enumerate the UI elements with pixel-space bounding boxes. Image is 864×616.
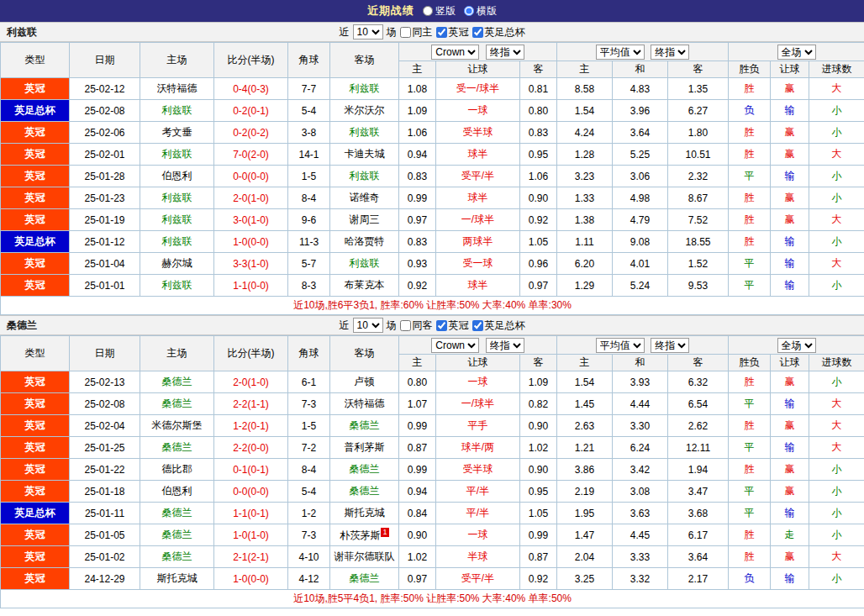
- avg-stage-select[interactable]: 终指: [651, 45, 689, 60]
- avg-odds-away: 10.51: [668, 144, 729, 166]
- away-team[interactable]: 卡迪夫城: [330, 144, 399, 166]
- same-venue-checkbox[interactable]: [400, 320, 411, 331]
- home-team[interactable]: 利兹联: [140, 187, 214, 209]
- scope-select[interactable]: 全场: [777, 45, 816, 60]
- match-result: 胜: [729, 187, 771, 209]
- away-team[interactable]: 斯托克城: [330, 503, 399, 524]
- away-team[interactable]: 布莱克本: [330, 275, 399, 297]
- team-name: 利兹联: [7, 25, 37, 39]
- match-count-select[interactable]: 10: [353, 24, 383, 39]
- fa-cup-checkbox[interactable]: [472, 27, 483, 38]
- away-team[interactable]: 哈洛贾特: [330, 231, 399, 253]
- handicap-line: 一球: [436, 100, 520, 122]
- league-type-cell: 英足总杯: [1, 503, 70, 524]
- away-team[interactable]: 桑德兰: [330, 568, 399, 590]
- home-team[interactable]: 利兹联: [140, 209, 214, 231]
- league-type-cell: 英足总杯: [1, 231, 70, 253]
- away-team[interactable]: 卢顿: [330, 371, 399, 393]
- avg-odds-select[interactable]: 平均值: [596, 45, 645, 60]
- home-team[interactable]: 利兹联: [140, 100, 214, 122]
- away-team[interactable]: 普利茅斯: [330, 437, 399, 459]
- match-date: 25-01-19: [70, 209, 140, 231]
- home-team[interactable]: 利兹联: [140, 275, 214, 297]
- home-team[interactable]: 桑德兰: [140, 437, 214, 459]
- away-team[interactable]: 利兹联: [330, 253, 399, 275]
- away-team[interactable]: 谢菲尔德联队: [330, 546, 399, 568]
- home-team[interactable]: 赫尔城: [140, 253, 214, 275]
- home-team[interactable]: 伯恩利: [140, 166, 214, 187]
- away-team[interactable]: 诺维奇: [330, 187, 399, 209]
- home-team[interactable]: 利兹联: [140, 144, 214, 166]
- match-row: 英冠25-01-01利兹联1-1(0-0)8-3布莱克本0.92球半0.971.…: [1, 275, 864, 297]
- handicap-result: 输: [771, 231, 809, 253]
- odds-stage-select[interactable]: 终指: [486, 45, 524, 60]
- championship-checkbox[interactable]: [436, 27, 447, 38]
- home-team[interactable]: 利兹联: [140, 231, 214, 253]
- handicap-result: 赢: [771, 415, 809, 437]
- vertical-radio[interactable]: [423, 6, 433, 16]
- match-count-select[interactable]: 10: [353, 318, 383, 333]
- home-team[interactable]: 米德尔斯堡: [140, 415, 214, 437]
- home-team[interactable]: 伯恩利: [140, 481, 214, 503]
- home-team[interactable]: 德比郡: [140, 459, 214, 481]
- subheader-goals: 进球数: [809, 355, 864, 371]
- same-venue-checkbox-wrap[interactable]: 同客: [400, 319, 433, 333]
- away-team[interactable]: 利兹联: [330, 78, 399, 100]
- odds-stage-select[interactable]: 终指: [486, 338, 524, 353]
- avg-odds-away: 6.27: [668, 100, 729, 122]
- avg-odds-draw: 3.32: [613, 568, 668, 590]
- handicap-line: 受平/半: [436, 166, 520, 187]
- avg-odds-select[interactable]: 平均值: [596, 338, 645, 353]
- match-result: 胜: [729, 78, 771, 100]
- avg-odds-home: 3.86: [557, 459, 613, 481]
- layout-radio-vertical[interactable]: 竖版: [423, 4, 456, 18]
- fa-cup-checkbox[interactable]: [472, 320, 483, 331]
- odds-company-select[interactable]: Crown: [431, 45, 479, 60]
- match-score: 0-2(0-1): [214, 100, 288, 122]
- away-team[interactable]: 沃特福德: [330, 393, 399, 415]
- away-team[interactable]: 朴茨茅斯1: [330, 524, 399, 546]
- away-team[interactable]: 利兹联: [330, 166, 399, 187]
- subheader-handicap-home: 主: [399, 61, 436, 78]
- away-team[interactable]: 桑德兰: [330, 415, 399, 437]
- avg-odds-away: 12.11: [668, 437, 729, 459]
- home-team[interactable]: 桑德兰: [140, 371, 214, 393]
- away-team[interactable]: 米尔沃尔: [330, 100, 399, 122]
- championship-checkbox-wrap[interactable]: 英冠: [436, 319, 469, 333]
- home-team[interactable]: 桑德兰: [140, 546, 214, 568]
- layout-radio-horizontal[interactable]: 横版: [464, 4, 497, 18]
- fa-cup-checkbox-wrap[interactable]: 英足总杯: [472, 319, 525, 333]
- handicap-line: 球半: [436, 144, 520, 166]
- avg-stage-select[interactable]: 终指: [651, 338, 689, 353]
- handicap-line: 受一球: [436, 253, 520, 275]
- fa-cup-checkbox-wrap[interactable]: 英足总杯: [472, 25, 525, 39]
- col-header-type: 类型: [1, 43, 70, 78]
- match-score: 0-0(0-0): [214, 481, 288, 503]
- record-summary: 近10场,胜5平4负1, 胜率:50% 让胜率:50% 大率:40% 单率:50…: [1, 590, 864, 608]
- championship-checkbox-wrap[interactable]: 英冠: [436, 25, 469, 39]
- match-score: 2-2(1-1): [214, 393, 288, 415]
- home-team[interactable]: 桑德兰: [140, 393, 214, 415]
- home-team[interactable]: 考文垂: [140, 122, 214, 144]
- league-type-cell: 英冠: [1, 253, 70, 275]
- home-team[interactable]: 桑德兰: [140, 524, 214, 546]
- home-team[interactable]: 沃特福德: [140, 78, 214, 100]
- same-venue-checkbox-wrap[interactable]: 同主: [400, 25, 433, 39]
- away-team[interactable]: 利兹联: [330, 122, 399, 144]
- match-date: 25-01-01: [70, 275, 140, 297]
- home-team[interactable]: 斯托克城: [140, 568, 214, 590]
- handicap-odds-home: 0.83: [399, 231, 436, 253]
- handicap-odds-home: 0.94: [399, 144, 436, 166]
- same-venue-checkbox[interactable]: [400, 27, 411, 38]
- away-team[interactable]: 桑德兰: [330, 481, 399, 503]
- scope-select[interactable]: 全场: [777, 338, 816, 353]
- match-date: 25-02-04: [70, 415, 140, 437]
- odds-company-select[interactable]: Crown: [431, 338, 479, 353]
- horizontal-radio[interactable]: [464, 6, 474, 16]
- away-team[interactable]: 谢周三: [330, 209, 399, 231]
- championship-checkbox[interactable]: [436, 320, 447, 331]
- away-team[interactable]: 桑德兰: [330, 459, 399, 481]
- home-team[interactable]: 桑德兰: [140, 503, 214, 524]
- match-score: 2-0(1-0): [214, 371, 288, 393]
- result-group: 全场: [729, 43, 864, 61]
